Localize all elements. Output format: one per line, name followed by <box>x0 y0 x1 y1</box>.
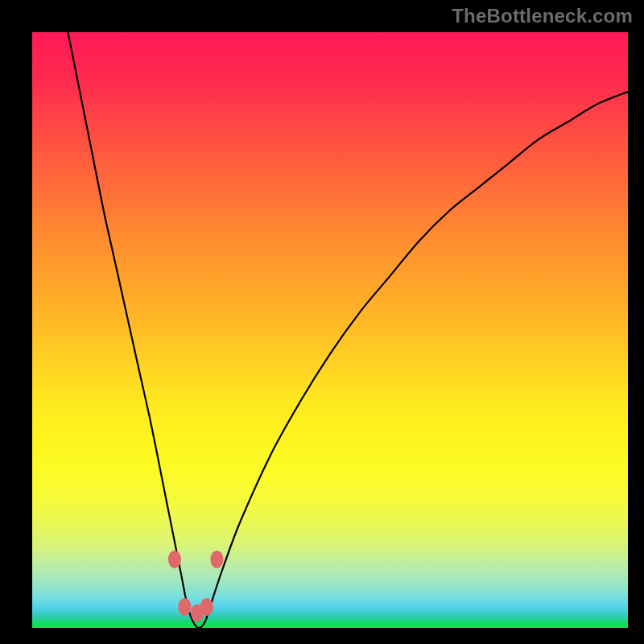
curve-marker-4 <box>210 551 223 568</box>
curve-marker-0 <box>168 551 181 568</box>
watermark-text: TheBottleneck.com <box>452 5 633 27</box>
bottleneck-curve <box>68 32 628 628</box>
curve-marker-3 <box>200 598 213 616</box>
plot-area <box>32 32 628 628</box>
curve-layer <box>32 32 628 628</box>
curve-marker-1 <box>178 598 191 616</box>
chart-frame: TheBottleneck.com <box>0 0 644 644</box>
